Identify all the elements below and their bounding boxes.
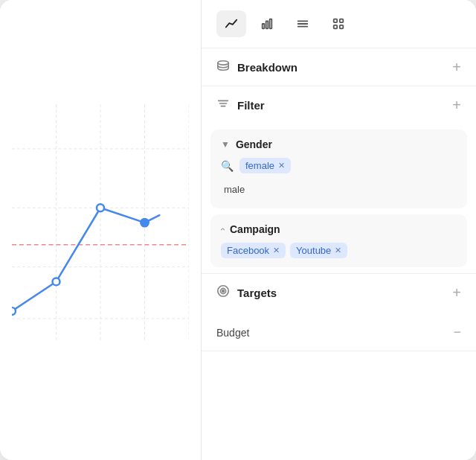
filter-add-button[interactable]: + — [452, 98, 461, 112]
gender-subsection: ▼ Gender 🔍 female ✕ male — [210, 130, 467, 208]
svg-rect-22 — [340, 25, 344, 29]
campaign-header[interactable]: › Campaign — [221, 223, 457, 235]
gender-chevron-icon: ▼ — [221, 139, 230, 150]
budget-target-item: Budget − — [216, 317, 461, 348]
svg-point-11 — [97, 204, 104, 211]
female-tag: female ✕ — [239, 158, 291, 173]
youtube-tag-label: Youtube — [296, 245, 331, 256]
budget-target-remove-button[interactable]: − — [453, 325, 461, 340]
gender-title: Gender — [236, 138, 272, 150]
targets-section: Targets + Budget − — [202, 274, 476, 351]
line-chart-button[interactable] — [216, 10, 246, 37]
right-panel: Breakdown + Filter + — [201, 0, 476, 460]
filter-section: Filter + ▼ Gender 🔍 female ✕ male — [202, 86, 476, 274]
youtube-tag: Youtube ✕ — [290, 243, 347, 258]
campaign-chevron-icon: › — [217, 228, 228, 231]
svg-rect-19 — [334, 19, 338, 23]
svg-rect-13 — [263, 24, 265, 28]
female-tag-close-button[interactable]: ✕ — [278, 162, 285, 170]
svg-point-23 — [218, 61, 228, 65]
facebook-tag: Facebook ✕ — [221, 243, 286, 258]
gender-search-row: 🔍 female ✕ — [221, 158, 457, 173]
filter-header[interactable]: Filter + — [202, 86, 476, 124]
svg-point-12 — [141, 219, 149, 227]
male-option[interactable]: male — [221, 179, 457, 199]
campaign-title: Campaign — [230, 223, 280, 235]
toolbar — [202, 0, 476, 48]
gender-header[interactable]: ▼ Gender — [221, 138, 457, 150]
gender-search-icon: 🔍 — [221, 160, 234, 172]
campaign-subsection: › Campaign Facebook ✕ Youtube ✕ — [210, 214, 467, 267]
targets-title: Targets — [237, 287, 277, 299]
filter-title: Filter — [237, 99, 265, 112]
main-container: Breakdown + Filter + — [0, 0, 476, 460]
targets-add-button[interactable]: + — [452, 285, 461, 300]
bar-chart-button[interactable] — [252, 10, 282, 37]
campaign-tags-row: Facebook ✕ Youtube ✕ — [221, 243, 457, 258]
grid-chart-button[interactable] — [324, 10, 353, 37]
budget-target-label: Budget — [216, 327, 249, 339]
youtube-tag-close-button[interactable]: ✕ — [335, 246, 341, 255]
facebook-tag-close-button[interactable]: ✕ — [273, 246, 280, 255]
female-tag-label: female — [245, 160, 274, 171]
targets-items: Budget − — [202, 311, 476, 351]
list-chart-button[interactable] — [288, 10, 318, 37]
svg-point-9 — [12, 307, 16, 315]
breakdown-section: Breakdown + — [202, 48, 476, 86]
svg-rect-14 — [266, 21, 268, 28]
filter-icon — [216, 97, 230, 113]
chart-panel — [0, 0, 201, 460]
breakdown-title: Breakdown — [237, 61, 298, 74]
svg-point-10 — [53, 278, 60, 285]
svg-rect-20 — [340, 19, 344, 23]
svg-point-29 — [222, 290, 225, 293]
breakdown-header[interactable]: Breakdown + — [202, 48, 476, 86]
breakdown-icon — [216, 59, 230, 75]
targets-icon — [216, 284, 230, 301]
line-chart-svg — [12, 12, 189, 448]
targets-header[interactable]: Targets + — [202, 274, 476, 311]
facebook-tag-label: Facebook — [227, 245, 269, 256]
svg-rect-21 — [334, 25, 338, 29]
svg-rect-15 — [270, 19, 272, 29]
breakdown-add-button[interactable]: + — [452, 60, 461, 74]
